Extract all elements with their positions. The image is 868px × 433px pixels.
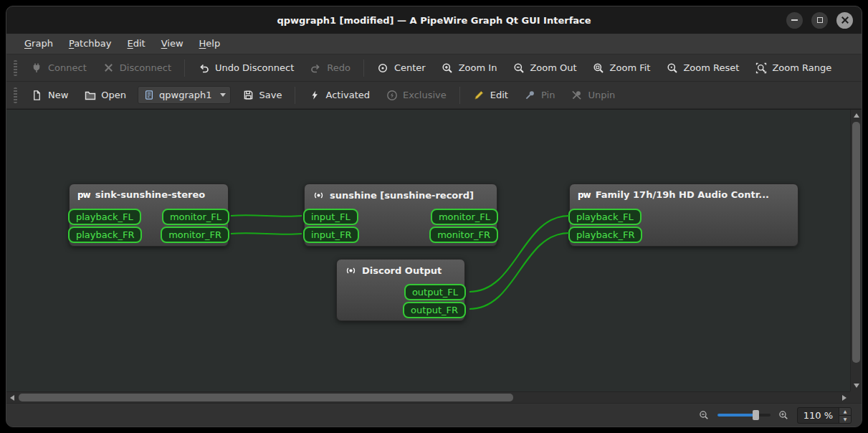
scroll-right-arrow[interactable] (839, 392, 850, 403)
connect-button[interactable]: Connect (24, 57, 94, 78)
toolbar-drag-handle[interactable] (14, 60, 17, 76)
titlebar[interactable]: qpwgraph1 [modified] — A PipeWire Graph … (6, 6, 862, 34)
maximize-icon (817, 17, 823, 23)
pin-button[interactable]: Pin (517, 85, 562, 105)
undo-icon (198, 62, 210, 74)
new-button[interactable]: New (24, 85, 75, 105)
menu-edit[interactable]: Edit (120, 34, 153, 54)
toolbar-separator (295, 87, 295, 104)
unpin-button[interactable]: Unpin (563, 85, 622, 105)
zoom-slider-handle[interactable] (753, 410, 759, 420)
menu-view[interactable]: View (153, 34, 191, 54)
save-button[interactable]: Save (235, 85, 290, 105)
toolbar-drag-handle[interactable] (14, 87, 17, 103)
zoom-value: 110 % (798, 408, 839, 423)
horizontal-scroll-thumb[interactable] (19, 394, 513, 401)
node-family-hd-audio[interactable]: pw Family 17h/19h HD Audio Contr... play… (569, 184, 798, 247)
node-header: pw sink-sunshine-stereo (70, 184, 228, 200)
close-button[interactable] (836, 12, 853, 29)
zoom-fit-icon (593, 62, 605, 74)
disconnect-button[interactable]: Disconnect (95, 57, 178, 78)
spinbox-arrows: ▲ ▼ (839, 408, 851, 423)
toolbar-separator (459, 87, 460, 104)
new-file-icon (31, 89, 43, 101)
unpin-icon (571, 89, 583, 101)
center-button[interactable]: Center (370, 57, 433, 78)
menu-graph[interactable]: Graph (16, 34, 61, 54)
open-folder-icon (84, 89, 96, 101)
menu-help[interactable]: Help (191, 34, 229, 54)
node-sink-sunshine-stereo[interactable]: pw sink-sunshine-stereo playback_FL play… (69, 184, 229, 247)
node-title: Family 17h/19h HD Audio Contr... (596, 189, 769, 200)
save-icon (242, 89, 254, 101)
connection-monitor-fr-to-input-fr[interactable] (231, 233, 302, 234)
horizontal-scrollbar[interactable] (6, 391, 850, 403)
triangle-right-icon (842, 395, 846, 401)
minimize-button[interactable] (786, 12, 803, 29)
port-input-fl[interactable]: input_FL (303, 209, 358, 225)
statusbar: 110 % ▲ ▼ (6, 403, 862, 427)
zoom-range-button[interactable]: Zoom Range (748, 57, 839, 78)
scroll-left-arrow[interactable] (6, 392, 18, 403)
zoom-in-button[interactable]: Zoom In (434, 57, 505, 78)
zoom-slider[interactable] (717, 409, 771, 421)
port-playback-fr[interactable]: playback_FR (568, 227, 642, 243)
scroll-down-arrow[interactable] (851, 380, 862, 391)
port-monitor-fl[interactable]: monitor_FL (162, 209, 229, 225)
port-input-fr[interactable]: input_FR (303, 227, 359, 243)
triangle-down-icon (854, 384, 859, 388)
maximize-button[interactable] (811, 12, 828, 29)
redo-icon (310, 62, 322, 74)
zoom-step-up-button[interactable]: ▲ (839, 408, 851, 415)
zoom-out-icon (698, 409, 710, 422)
port-monitor-fl[interactable]: monitor_FL (431, 209, 498, 225)
patchbay-profile-combo[interactable]: qpwgraph1 (138, 86, 230, 104)
zoom-step-down-button[interactable]: ▼ (839, 415, 851, 423)
connection-monitor-fl-to-input-fl[interactable] (231, 215, 302, 217)
chevron-down-icon (220, 93, 226, 97)
vertical-scrollbar[interactable] (850, 110, 862, 391)
port-playback-fl[interactable]: playback_FL (568, 209, 642, 225)
node-discord-output[interactable]: Discord Output output_FL output_FR (336, 259, 465, 321)
zoom-out-button[interactable]: Zoom Out (505, 57, 583, 78)
window-controls (786, 6, 853, 34)
graph-canvas[interactable]: pw sink-sunshine-stereo playback_FL play… (6, 110, 850, 391)
zoom-spinbox[interactable]: 110 % ▲ ▼ (797, 407, 852, 424)
exclusive-icon (386, 89, 398, 101)
scroll-up-arrow[interactable] (851, 110, 862, 121)
exclusive-toggle[interactable]: Exclusive (378, 85, 454, 105)
pencil-icon (473, 89, 485, 101)
close-icon (841, 16, 849, 24)
pipewire-icon: pw (578, 190, 591, 200)
zoom-in-icon (778, 409, 790, 422)
node-sunshine-record[interactable]: sunshine [sunshine-record] input_FL inpu… (304, 184, 497, 247)
connect-icon (31, 62, 43, 74)
port-playback-fr[interactable]: playback_FR (68, 227, 142, 243)
zoom-reset-icon (666, 62, 678, 74)
open-button[interactable]: Open (77, 85, 133, 105)
port-output-fl[interactable]: output_FL (404, 284, 466, 300)
zoom-in-icon (442, 62, 454, 74)
app-window: qpwgraph1 [modified] — A PipeWire Graph … (6, 6, 862, 427)
redo-button[interactable]: Redo (302, 57, 358, 78)
activated-toggle[interactable]: Activated (301, 85, 377, 105)
lightning-icon (308, 89, 320, 101)
connections-layer (6, 110, 850, 390)
edit-button[interactable]: Edit (466, 85, 515, 105)
port-monitor-fr[interactable]: monitor_FR (161, 227, 229, 243)
node-header: sunshine [sunshine-record] (305, 184, 497, 201)
port-playback-fl[interactable]: playback_FL (68, 209, 141, 225)
port-monitor-fr[interactable]: monitor_FR (429, 227, 498, 243)
zoom-reset-button[interactable]: Zoom Reset (659, 57, 746, 78)
port-output-fr[interactable]: output_FR (403, 302, 466, 318)
audio-record-icon (313, 189, 325, 201)
undo-button[interactable]: Undo Disconnect (191, 57, 301, 78)
node-title: sunshine [sunshine-record] (330, 190, 474, 201)
vertical-scroll-thumb[interactable] (852, 122, 860, 363)
toolbar-separator (184, 60, 185, 77)
menu-patchbay[interactable]: Patchbay (61, 34, 120, 54)
pin-icon (524, 89, 536, 101)
canvas-area: pw sink-sunshine-stereo playback_FL play… (6, 109, 862, 403)
zoom-fit-button[interactable]: Zoom Fit (586, 57, 658, 78)
center-icon (377, 62, 389, 74)
